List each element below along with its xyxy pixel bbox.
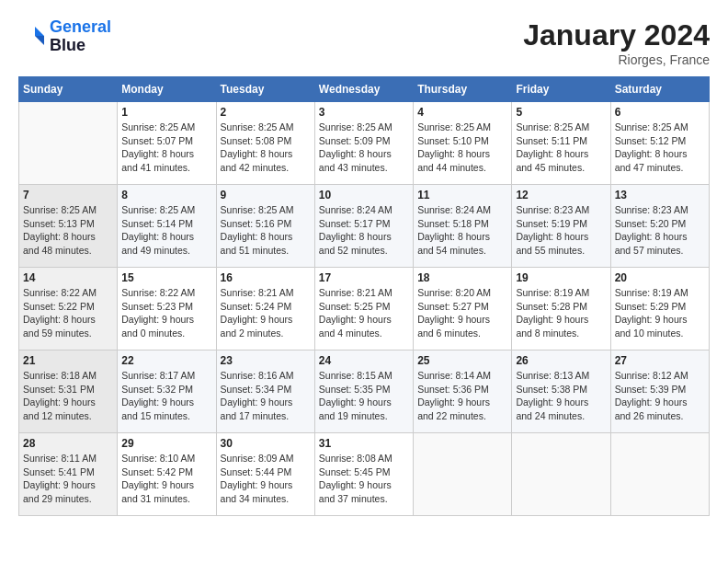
day-info: Sunrise: 8:14 AM Sunset: 5:36 PM Dayligh… (417, 369, 507, 423)
sunrise-text: Sunrise: 8:08 AM (319, 453, 392, 464)
day-number: 23 (221, 354, 311, 367)
calendar-cell: 24 Sunrise: 8:15 AM Sunset: 5:35 PM Dayl… (314, 350, 413, 433)
day-number: 16 (221, 271, 311, 284)
day-number: 3 (319, 106, 409, 119)
daylight-text: Daylight: 8 hours and 49 minutes. (121, 231, 194, 256)
daylight-text: Daylight: 8 hours and 55 minutes. (516, 231, 588, 256)
daylight-text: Daylight: 8 hours and 45 minutes. (516, 148, 588, 173)
sunset-text: Sunset: 5:28 PM (516, 301, 587, 312)
logo-text: General Blue (50, 18, 111, 55)
day-info: Sunrise: 8:25 AM Sunset: 5:11 PM Dayligh… (516, 121, 606, 175)
day-info: Sunrise: 8:18 AM Sunset: 5:31 PM Dayligh… (23, 369, 113, 423)
location: Riorges, France (523, 52, 710, 67)
day-number: 30 (221, 437, 311, 450)
calendar-cell: 4 Sunrise: 8:25 AM Sunset: 5:10 PM Dayli… (414, 102, 512, 185)
sunset-text: Sunset: 5:13 PM (23, 218, 95, 229)
title-block: January 2024 Riorges, France (523, 18, 710, 67)
sunrise-text: Sunrise: 8:22 AM (121, 287, 195, 298)
calendar-cell: 13 Sunrise: 8:23 AM Sunset: 5:20 PM Dayl… (610, 185, 709, 268)
column-header-friday: Friday (512, 77, 610, 102)
sunrise-text: Sunrise: 8:25 AM (615, 121, 688, 132)
day-info: Sunrise: 8:24 AM Sunset: 5:18 PM Dayligh… (417, 203, 507, 258)
sunrise-text: Sunrise: 8:25 AM (221, 121, 294, 132)
day-number: 13 (615, 189, 705, 201)
sunset-text: Sunset: 5:18 PM (417, 218, 489, 229)
day-info: Sunrise: 8:22 AM Sunset: 5:23 PM Dayligh… (121, 286, 211, 340)
sunset-text: Sunset: 5:32 PM (121, 384, 193, 395)
day-number: 25 (417, 354, 507, 367)
calendar-week-1: 1 Sunrise: 8:25 AM Sunset: 5:07 PM Dayli… (19, 102, 710, 185)
sunset-text: Sunset: 5:22 PM (23, 301, 95, 312)
calendar-cell: 17 Sunrise: 8:21 AM Sunset: 5:25 PM Dayl… (314, 268, 413, 350)
calendar-cell: 3 Sunrise: 8:25 AM Sunset: 5:09 PM Dayli… (314, 102, 413, 185)
daylight-text: Daylight: 8 hours and 59 minutes. (23, 314, 96, 339)
day-number: 20 (615, 271, 705, 284)
day-info: Sunrise: 8:25 AM Sunset: 5:07 PM Dayligh… (121, 121, 211, 175)
day-number: 18 (417, 271, 507, 284)
sunrise-text: Sunrise: 8:15 AM (319, 370, 392, 381)
daylight-text: Daylight: 9 hours and 6 minutes. (417, 314, 490, 339)
day-info: Sunrise: 8:15 AM Sunset: 5:35 PM Dayligh… (319, 369, 409, 423)
day-number: 6 (615, 106, 705, 119)
daylight-text: Daylight: 9 hours and 29 minutes. (23, 479, 96, 504)
day-info: Sunrise: 8:25 AM Sunset: 5:13 PM Dayligh… (23, 203, 113, 258)
daylight-text: Daylight: 9 hours and 17 minutes. (221, 396, 293, 421)
calendar-cell: 20 Sunrise: 8:19 AM Sunset: 5:29 PM Dayl… (610, 268, 709, 350)
column-header-saturday: Saturday (610, 77, 709, 102)
day-info: Sunrise: 8:16 AM Sunset: 5:34 PM Dayligh… (221, 369, 311, 423)
day-info: Sunrise: 8:21 AM Sunset: 5:25 PM Dayligh… (319, 286, 409, 340)
month-title: January 2024 (523, 18, 710, 52)
daylight-text: Daylight: 9 hours and 4 minutes. (319, 314, 392, 339)
day-info: Sunrise: 8:09 AM Sunset: 5:44 PM Dayligh… (221, 452, 311, 506)
calendar-cell: 12 Sunrise: 8:23 AM Sunset: 5:19 PM Dayl… (512, 185, 610, 268)
svg-marker-0 (35, 27, 44, 36)
calendar-week-3: 14 Sunrise: 8:22 AM Sunset: 5:22 PM Dayl… (19, 268, 710, 350)
calendar-cell: 15 Sunrise: 8:22 AM Sunset: 5:23 PM Dayl… (118, 268, 216, 350)
calendar-cell: 11 Sunrise: 8:24 AM Sunset: 5:18 PM Dayl… (414, 185, 512, 268)
calendar-cell: 14 Sunrise: 8:22 AM Sunset: 5:22 PM Dayl… (19, 268, 118, 350)
calendar-cell: 10 Sunrise: 8:24 AM Sunset: 5:17 PM Dayl… (314, 185, 413, 268)
day-info: Sunrise: 8:21 AM Sunset: 5:24 PM Dayligh… (221, 286, 311, 340)
day-number: 19 (516, 271, 606, 284)
calendar-table: SundayMondayTuesdayWednesdayThursdayFrid… (18, 76, 710, 516)
sunset-text: Sunset: 5:36 PM (417, 384, 489, 395)
day-info: Sunrise: 8:19 AM Sunset: 5:29 PM Dayligh… (615, 286, 705, 340)
calendar-cell: 19 Sunrise: 8:19 AM Sunset: 5:28 PM Dayl… (512, 268, 610, 350)
calendar-cell: 27 Sunrise: 8:12 AM Sunset: 5:39 PM Dayl… (610, 350, 709, 433)
calendar-cell: 9 Sunrise: 8:25 AM Sunset: 5:16 PM Dayli… (216, 185, 314, 268)
logo-icon (18, 23, 46, 51)
sunrise-text: Sunrise: 8:25 AM (417, 121, 491, 132)
sunset-text: Sunset: 5:38 PM (516, 384, 587, 395)
sunrise-text: Sunrise: 8:23 AM (615, 204, 688, 215)
daylight-text: Daylight: 8 hours and 48 minutes. (23, 231, 96, 256)
calendar-week-2: 7 Sunrise: 8:25 AM Sunset: 5:13 PM Dayli… (19, 185, 710, 268)
calendar-header-row: SundayMondayTuesdayWednesdayThursdayFrid… (19, 77, 710, 102)
calendar-cell: 31 Sunrise: 8:08 AM Sunset: 5:45 PM Dayl… (314, 433, 413, 516)
day-number: 21 (23, 354, 113, 367)
sunrise-text: Sunrise: 8:10 AM (121, 453, 195, 464)
daylight-text: Daylight: 8 hours and 47 minutes. (615, 148, 688, 173)
sunrise-text: Sunrise: 8:24 AM (417, 204, 491, 215)
calendar-cell: 23 Sunrise: 8:16 AM Sunset: 5:34 PM Dayl… (216, 350, 314, 433)
day-info: Sunrise: 8:23 AM Sunset: 5:19 PM Dayligh… (516, 203, 606, 258)
sunset-text: Sunset: 5:19 PM (516, 218, 587, 229)
day-info: Sunrise: 8:11 AM Sunset: 5:41 PM Dayligh… (23, 452, 113, 506)
calendar-cell: 7 Sunrise: 8:25 AM Sunset: 5:13 PM Dayli… (19, 185, 118, 268)
day-info: Sunrise: 8:08 AM Sunset: 5:45 PM Dayligh… (319, 452, 409, 506)
sunrise-text: Sunrise: 8:13 AM (516, 370, 589, 381)
daylight-text: Daylight: 9 hours and 2 minutes. (221, 314, 293, 339)
sunrise-text: Sunrise: 8:18 AM (23, 370, 97, 381)
day-info: Sunrise: 8:10 AM Sunset: 5:42 PM Dayligh… (121, 452, 211, 506)
sunrise-text: Sunrise: 8:09 AM (221, 453, 294, 464)
daylight-text: Daylight: 8 hours and 44 minutes. (417, 148, 490, 173)
calendar-cell: 21 Sunrise: 8:18 AM Sunset: 5:31 PM Dayl… (19, 350, 118, 433)
sunset-text: Sunset: 5:12 PM (615, 135, 687, 146)
day-number: 17 (319, 271, 409, 284)
sunset-text: Sunset: 5:20 PM (615, 218, 687, 229)
day-number: 9 (221, 189, 311, 201)
calendar-cell: 28 Sunrise: 8:11 AM Sunset: 5:41 PM Dayl… (19, 433, 118, 516)
sunset-text: Sunset: 5:24 PM (221, 301, 292, 312)
sunrise-text: Sunrise: 8:16 AM (221, 370, 294, 381)
daylight-text: Daylight: 8 hours and 54 minutes. (417, 231, 490, 256)
sunrise-text: Sunrise: 8:25 AM (121, 204, 195, 215)
